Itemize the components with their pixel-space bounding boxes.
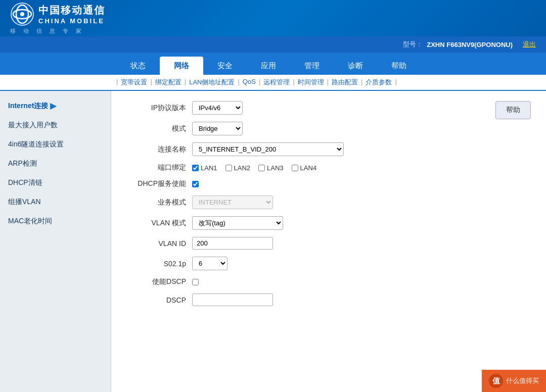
nav-media-params[interactable]: 介质参数 — [362, 78, 395, 87]
secondary-nav: | 宽带设置 | 绑定配置 | LAN侧地址配置 | QoS | 远程管理 | … — [0, 75, 546, 91]
sidebar-label-mac-aging: MAC老化时间 — [8, 217, 52, 226]
model-label: 型号： — [403, 40, 423, 49]
vlan-id-input[interactable] — [192, 237, 273, 250]
sidebar-label-internet: Internet连接 — [8, 102, 48, 111]
lan2-checkbox[interactable] — [225, 165, 232, 171]
nav-broadband-settings[interactable]: 宽带设置 — [118, 78, 150, 87]
logo-en: CHINA MOBILE — [38, 17, 105, 25]
logo-area: 中国移动通信 CHINA MOBILE 移 动 信 息 专 家 — [10, 2, 105, 35]
vlan-mode-label: VLAN 模式 — [131, 219, 192, 228]
mode-label: 模式 — [131, 124, 192, 133]
vlan-mode-row: VLAN 模式 改写(tag) 透传 不处理 — [131, 216, 526, 230]
mode-select[interactable]: Bridge Route — [192, 122, 243, 135]
content-area: 帮助 IP协议版本 IPv4 IPv6 IPv4/v6 模式 Bridge Ro… — [111, 91, 546, 392]
tab-status[interactable]: 状态 — [116, 57, 160, 75]
watermark-icon: 值 — [489, 374, 503, 388]
watermark-text: 什么值得买 — [506, 376, 539, 385]
sidebar-item-internet[interactable]: Internet连接 ▶ — [0, 96, 111, 116]
watermark: 值 什么值得买 — [482, 370, 546, 392]
s802-select[interactable]: 0123 4567 — [192, 257, 228, 270]
sidebar-label-multicast-vlan: 组播VLAN — [8, 198, 41, 207]
dscp-label: DSCP — [131, 296, 192, 304]
lan1-checkbox[interactable] — [192, 165, 199, 171]
sidebar-item-4in6[interactable]: 4in6隧道连接设置 — [0, 135, 111, 154]
tab-security[interactable]: 安全 — [203, 57, 247, 75]
mode-row: 模式 Bridge Route — [131, 122, 526, 135]
vlan-id-row: VLAN ID — [131, 237, 526, 250]
dhcp-service-checkbox[interactable] — [192, 181, 199, 187]
model-info: 型号： ZXHN F663NV9(GPONONU) 退出 — [403, 40, 536, 49]
lan2-item: LAN2 — [225, 164, 251, 172]
logout-link[interactable]: 退出 — [523, 40, 536, 49]
nav-routing[interactable]: 路由配置 — [329, 78, 361, 87]
s802-row: S02.1p 0123 4567 — [131, 257, 526, 270]
service-mode-label: 业务模式 — [131, 198, 192, 207]
lan1-label: LAN1 — [201, 164, 217, 172]
tab-diagnostics[interactable]: 诊断 — [334, 57, 377, 75]
nav-tabs: 状态 网络 安全 应用 管理 诊断 帮助 — [0, 53, 546, 75]
model-value: ZXHN F663NV9(GPONONU) — [427, 41, 513, 48]
lan4-label: LAN4 — [300, 164, 317, 172]
dscp-enable-label: 使能DSCP — [131, 277, 192, 286]
vlan-mode-select[interactable]: 改写(tag) 透传 不处理 — [192, 216, 283, 230]
dscp-enable-row: 使能DSCP — [131, 277, 526, 286]
sidebar-label-max-users: 最大接入用户数 — [8, 121, 58, 130]
sidebar-item-multicast-vlan[interactable]: 组播VLAN — [0, 192, 111, 212]
lan3-item: LAN3 — [258, 164, 284, 172]
logo-slogan: 移 动 信 息 专 家 — [10, 27, 84, 35]
lan3-label: LAN3 — [267, 164, 284, 172]
sidebar-item-mac-aging[interactable]: MAC老化时间 — [0, 212, 111, 231]
ip-protocol-label: IP协议版本 — [131, 104, 192, 113]
sidebar-item-dhcp-chain[interactable]: DHCP清链 — [0, 173, 111, 192]
dscp-row: DSCP — [131, 293, 526, 306]
dscp-enable-checkbox[interactable] — [192, 279, 199, 285]
lan4-checkbox[interactable] — [292, 165, 298, 171]
tab-apps[interactable]: 应用 — [247, 57, 290, 75]
sidebar-item-arp[interactable]: ARP检测 — [0, 154, 111, 173]
lan2-label: LAN2 — [234, 164, 251, 172]
nav-remote-management[interactable]: 远程管理 — [260, 78, 293, 87]
arrow-icon: ▶ — [50, 101, 56, 111]
svg-point-3 — [20, 12, 24, 16]
port-binding-row: 端口绑定 LAN1 LAN2 LAN3 LAN4 — [131, 163, 526, 172]
port-binding-label: 端口绑定 — [131, 163, 192, 172]
sidebar-label-arp: ARP检测 — [8, 159, 37, 168]
connection-name-label: 连接名称 — [131, 145, 192, 154]
ip-protocol-select[interactable]: IPv4 IPv6 IPv4/v6 — [192, 101, 243, 115]
ip-protocol-row: IP协议版本 IPv4 IPv6 IPv4/v6 — [131, 101, 526, 115]
sidebar-item-max-users[interactable]: 最大接入用户数 — [0, 116, 111, 135]
main-layout: Internet连接 ▶ 最大接入用户数 4in6隧道连接设置 ARP检测 DH… — [0, 91, 546, 392]
top-header: 中国移动通信 CHINA MOBILE 移 动 信 息 专 家 — [0, 0, 546, 36]
nav-time-management[interactable]: 时间管理 — [295, 78, 327, 87]
service-mode-row: 业务模式 INTERNET — [131, 195, 526, 209]
lan4-item: LAN4 — [292, 164, 317, 172]
nav-binding-config[interactable]: 绑定配置 — [152, 78, 185, 87]
dhcp-service-row: DHCP服务使能 — [131, 179, 526, 188]
china-mobile-logo — [10, 2, 34, 26]
logo-cn: 中国移动通信 — [38, 4, 105, 17]
tab-management[interactable]: 管理 — [290, 57, 334, 75]
service-mode-select[interactable]: INTERNET — [192, 195, 273, 209]
port-checkboxes: LAN1 LAN2 LAN3 LAN4 — [192, 164, 316, 172]
help-button[interactable]: 帮助 — [495, 101, 531, 119]
tab-network[interactable]: 网络 — [160, 57, 203, 75]
connection-name-select[interactable]: 5_INTERNET_B_VID_200 — [192, 142, 344, 156]
connection-name-row: 连接名称 5_INTERNET_B_VID_200 — [131, 142, 526, 156]
sub-header: 型号： ZXHN F663NV9(GPONONU) 退出 — [0, 36, 546, 53]
nav-lan-address[interactable]: LAN侧地址配置 — [186, 78, 238, 87]
sidebar: Internet连接 ▶ 最大接入用户数 4in6隧道连接设置 ARP检测 DH… — [0, 91, 111, 392]
nav-qos[interactable]: QoS — [240, 78, 259, 87]
dhcp-service-label: DHCP服务使能 — [131, 179, 192, 188]
sidebar-label-dhcp-chain: DHCP清链 — [8, 178, 42, 187]
lan3-checkbox[interactable] — [258, 165, 265, 171]
sidebar-label-4in6: 4in6隧道连接设置 — [8, 140, 64, 149]
s802-label: S02.1p — [131, 260, 192, 268]
tab-help[interactable]: 帮助 — [377, 57, 421, 75]
lan1-item: LAN1 — [192, 164, 217, 172]
vlan-id-label: VLAN ID — [131, 239, 192, 248]
dscp-input[interactable] — [192, 293, 273, 306]
